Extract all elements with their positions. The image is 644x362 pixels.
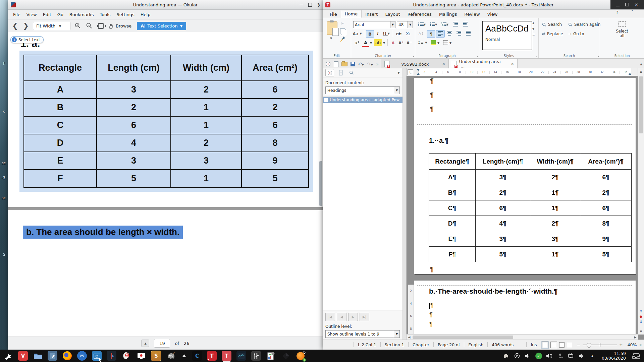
new-document-icon[interactable] <box>334 61 338 67</box>
page-indicator[interactable]: Page 20 of <box>433 342 464 347</box>
file-manager-icon[interactable] <box>33 351 43 361</box>
browse-object-button[interactable]: ● <box>638 314 644 319</box>
audio-mixer-icon[interactable] <box>251 351 261 361</box>
menu-go[interactable]: Go <box>54 11 66 18</box>
zoom-mode-select[interactable]: Fit Width ▼ <box>33 22 70 30</box>
word-count[interactable]: 406 words <box>487 342 518 347</box>
copy-icon[interactable] <box>340 28 345 34</box>
dialog-launcher-icon[interactable] <box>412 56 414 57</box>
section-indicator[interactable]: Section 1 <box>380 342 408 347</box>
scroll-up-icon[interactable]: ▲ <box>640 62 642 66</box>
undo-icon[interactable]: ↶▼ <box>358 61 364 67</box>
paint-target-app-icon[interactable] <box>121 351 131 361</box>
sidebar-tab-navigation[interactable] <box>325 69 334 76</box>
hide-icons-caret-icon[interactable]: ▲ <box>589 353 596 359</box>
page-pane[interactable]: ¶ ¶ ¶ 1.··a.¶ Rectangle¶Length·(cm)¶Widt… <box>414 76 638 335</box>
current-page-input[interactable]: 19 <box>154 339 170 348</box>
tab-references[interactable]: References <box>404 11 435 18</box>
justify-button[interactable] <box>464 30 472 37</box>
office-charts-app-icon[interactable] <box>266 351 276 361</box>
zoom-in-icon[interactable] <box>74 22 82 30</box>
left-indent-marker[interactable] <box>417 73 420 75</box>
doc-tab-understanding-area[interactable]: Understanding area -... ✕ <box>449 59 518 69</box>
paste-icon[interactable] <box>327 21 337 35</box>
horizontal-ruler[interactable]: L 24681012141618202224262830323436 <box>407 68 638 76</box>
highlight-dropdown-icon[interactable]: ▼ <box>383 42 385 45</box>
textmaker-window-1-icon[interactable]: T <box>207 351 217 361</box>
dialog-launcher-icon[interactable] <box>597 56 599 57</box>
sidebar-splitter[interactable] <box>403 68 407 340</box>
volume-alt-icon[interactable] <box>578 353 585 359</box>
redo-icon[interactable]: ↷▼ <box>367 61 373 67</box>
clock[interactable]: 11:59 03/06/2020 <box>602 351 626 361</box>
horizontal-scrollbar[interactable]: ◀ ▶ <box>407 334 638 340</box>
screen-recorder-icon[interactable] <box>136 351 146 361</box>
outline-view-icon[interactable] <box>567 342 573 348</box>
headings-list[interactable]: Understanding area - adapted Pow <box>323 97 402 310</box>
line-spacing-button[interactable]: ↕≡ ▼ <box>417 39 427 46</box>
system-monitor-icon[interactable] <box>236 351 246 361</box>
cut-icon[interactable]: ✂ <box>341 21 345 26</box>
heading-list-item[interactable]: Understanding area - adapted Pow <box>323 97 402 103</box>
multilevel-list-button[interactable]: ▼ <box>440 21 449 28</box>
close-button[interactable]: × <box>634 2 638 7</box>
textmaker-titlebar[interactable]: T Understanding area - adapted PowerPoin… <box>323 0 644 10</box>
zoom-in-icon[interactable]: + <box>619 342 623 347</box>
textmaker-window-2-icon[interactable]: T <box>222 351 231 361</box>
tab-home[interactable]: Home <box>341 10 362 18</box>
insert-mode-indicator[interactable]: Ins <box>526 342 541 347</box>
fullscreen-view-icon[interactable] <box>559 342 565 348</box>
menu-bookmarks[interactable]: Bookmarks <box>66 11 97 18</box>
scroll-up-icon[interactable]: ▲ <box>638 70 644 73</box>
tab-stop-selector[interactable]: L <box>408 69 413 75</box>
tab-insert[interactable]: Insert <box>362 11 381 18</box>
right-indent-marker[interactable] <box>629 73 631 75</box>
dove-status-icon[interactable] <box>503 353 510 359</box>
content-type-select[interactable]: Headings ▼ <box>325 86 400 94</box>
minimize-button[interactable] <box>299 3 303 7</box>
open-file-icon[interactable] <box>341 62 347 66</box>
replace-button[interactable]: ⇄ Replace <box>542 32 563 36</box>
language-indicator[interactable]: English <box>464 342 487 347</box>
updates-ok-icon[interactable]: ✓ <box>535 353 542 359</box>
tab-review[interactable]: Review <box>461 11 483 18</box>
increase-indent-icon[interactable] <box>451 21 460 28</box>
menu-help[interactable]: Help <box>138 11 154 18</box>
media-editor-icon[interactable] <box>107 351 116 361</box>
collapse-ribbon-icon[interactable]: ˆ <box>628 9 637 16</box>
paste-dropdown-icon[interactable]: ▼ <box>330 37 332 40</box>
change-case-button[interactable]: Aa ▼ <box>353 30 362 37</box>
shading-button[interactable] <box>430 39 437 46</box>
display-network-icon[interactable] <box>568 353 574 359</box>
previous-object-button[interactable]: ⇑ <box>638 309 644 314</box>
close-tab-icon[interactable]: ✕ <box>442 62 445 66</box>
dialog-launcher-icon[interactable] <box>536 56 537 57</box>
style-scroll-up-icon[interactable]: ▲ <box>532 21 535 24</box>
vertical-ruler[interactable]: 2468 <box>408 285 414 336</box>
inkscape-icon[interactable] <box>281 351 290 361</box>
forward-icon[interactable]: ❯ <box>22 22 30 29</box>
bold-button[interactable]: B <box>366 30 374 38</box>
firefox-icon[interactable] <box>62 351 72 361</box>
search-button[interactable]: Search <box>542 22 562 27</box>
draft-view-icon[interactable] <box>550 342 557 348</box>
clear-formatting-button[interactable]: A <box>389 39 397 46</box>
thunderbird-icon[interactable]: ✉ <box>77 351 87 361</box>
zoom-level[interactable]: 40% <box>628 342 637 347</box>
tab-mailings[interactable]: Mailings <box>435 11 461 18</box>
sidebar-compass-icon[interactable] <box>325 61 331 67</box>
checkbox[interactable] <box>324 98 328 102</box>
screenshot-tool-icon[interactable] <box>92 351 102 361</box>
clementine-player-icon[interactable]: + <box>296 351 305 361</box>
first-heading-button[interactable]: |◀ <box>325 313 335 321</box>
chapter-indicator[interactable]: Chapter <box>408 342 433 347</box>
align-center-button[interactable] <box>445 30 453 37</box>
menu-view[interactable]: View <box>23 11 40 18</box>
underline-button[interactable]: U ▼ <box>381 30 391 37</box>
minimize-button[interactable] <box>616 2 620 7</box>
menu-edit[interactable]: Edit <box>40 11 54 18</box>
scroll-right-icon[interactable]: ▶ <box>633 336 638 339</box>
align-left-button[interactable] <box>436 30 445 38</box>
font-name-select[interactable]: Arial ▼ <box>353 21 395 28</box>
shrink-font-button[interactable]: A⁻ <box>406 39 413 46</box>
